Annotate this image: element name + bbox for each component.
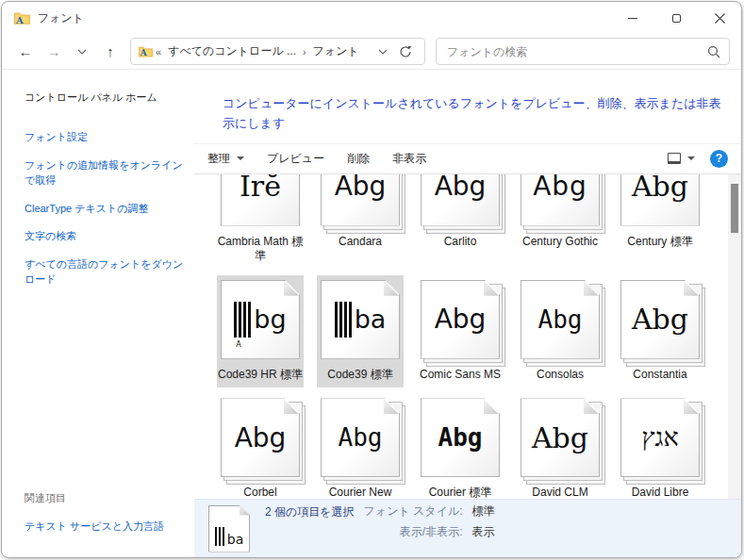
font-preview: Abg xyxy=(521,399,599,476)
related-items-header: 関連項目 xyxy=(25,491,164,505)
font-item-consolas[interactable]: Abg Consolas xyxy=(517,275,603,388)
maximize-icon xyxy=(672,14,681,23)
breadcrumb-parent[interactable]: すべてのコントロール ... xyxy=(168,43,296,59)
app-folder-icon: A xyxy=(14,11,30,25)
view-mode-icon[interactable] xyxy=(668,153,681,164)
forward-button[interactable]: → xyxy=(40,43,68,59)
font-item-century[interactable]: Abg Century 標準 xyxy=(617,174,703,270)
maximize-button[interactable] xyxy=(654,2,698,34)
view-mode-caret-icon[interactable] xyxy=(687,156,695,160)
font-name: Code39 HR 標準 xyxy=(218,368,303,383)
address-folder-icon: A xyxy=(139,45,153,58)
breadcrumb-separator: › xyxy=(303,46,306,58)
barcode-icon xyxy=(215,527,226,546)
font-name: David Libre xyxy=(632,486,689,499)
font-item-constantia[interactable]: Abg Constantia xyxy=(617,275,703,388)
font-preview: Abg xyxy=(322,399,399,476)
font-preview: Abg xyxy=(521,174,599,225)
command-toolbar: 整理 プレビュー 削除 非表示 ? xyxy=(194,143,741,174)
search-icon xyxy=(707,45,720,58)
font-item-carlito[interactable]: Abg Carlito xyxy=(417,174,504,270)
font-preview: Ïrĕ xyxy=(222,174,299,225)
address-bar[interactable]: A « すべてのコントロール ... › フォント xyxy=(130,38,425,65)
preview-button[interactable]: プレビュー xyxy=(267,151,324,167)
up-button[interactable]: ↑ xyxy=(96,43,124,59)
font-name: Carlito xyxy=(444,235,477,250)
barcode-icon: A xyxy=(234,302,253,338)
font-item-courier[interactable]: Abg Courier 標準 xyxy=(417,393,504,499)
font-item-david-clm[interactable]: Abg David CLM xyxy=(517,393,603,499)
refresh-button[interactable] xyxy=(394,45,417,58)
font-preview: Abg xyxy=(621,281,699,358)
vertical-scrollbar[interactable] xyxy=(728,174,741,499)
font-name: Cambria Math 標準 xyxy=(217,235,304,264)
organize-button[interactable]: 整理 xyxy=(207,151,244,167)
breadcrumb-current[interactable]: フォント xyxy=(313,43,359,59)
font-name: David CLM xyxy=(532,486,587,499)
breadcrumb-overflow[interactable]: « xyxy=(156,46,161,58)
font-item-corbel[interactable]: Abg Corbel xyxy=(217,393,304,499)
font-name: Century Gothic xyxy=(522,235,598,250)
svg-text:A: A xyxy=(140,48,147,58)
font-row-1: Ïrĕ Cambria Math 標準 Abg Candara xyxy=(217,174,741,270)
font-item-code39[interactable]: ba Code39 標準 xyxy=(317,275,404,388)
font-name: Corbel xyxy=(243,486,276,499)
scrollbar-thumb[interactable] xyxy=(731,184,738,233)
font-item-code39-hr[interactable]: A bg Code39 HR 標準 xyxy=(217,275,304,388)
font-item-david-libre[interactable]: אגץ David Libre xyxy=(617,393,703,499)
sidebar-item-find-character[interactable]: 文字の検索 xyxy=(25,228,189,244)
search-input[interactable] xyxy=(445,44,707,59)
font-name: Courier 標準 xyxy=(429,486,492,499)
delete-button[interactable]: 削除 xyxy=(347,151,370,167)
sidebar-item-font-settings[interactable]: フォント設定 xyxy=(25,129,189,145)
font-item-century-gothic[interactable]: Abg Century Gothic xyxy=(517,174,603,270)
font-name: Constantia xyxy=(633,368,686,383)
font-preview: ba xyxy=(322,281,399,358)
font-item-cambria-math[interactable]: Ïrĕ Cambria Math 標準 xyxy=(217,174,304,270)
back-button[interactable]: ← xyxy=(11,43,40,59)
font-style-value: 標準 xyxy=(472,503,495,519)
font-preview: Abg xyxy=(322,174,399,225)
search-box xyxy=(436,38,730,65)
font-row-2: A bg Code39 HR 標準 ba Code xyxy=(217,275,741,388)
font-item-candara[interactable]: Abg Candara xyxy=(317,174,404,270)
sidebar-item-get-font-info-online[interactable]: フォントの追加情報をオンラインで取得 xyxy=(25,157,189,189)
history-chevron-button[interactable] xyxy=(68,49,96,55)
selection-thumbnail-icon: ba xyxy=(208,505,250,552)
svg-text:A: A xyxy=(15,15,24,25)
minimize-icon xyxy=(628,18,637,19)
font-row-3: Abg Corbel Abg Courier New Abg xyxy=(217,393,741,499)
page-description: コンピューターにインストールされているフォントをプレビュー、削除、表示または非表… xyxy=(223,94,730,134)
font-item-comic-sans-ms[interactable]: Abg Comic Sans MS xyxy=(417,275,504,388)
font-preview: Abg xyxy=(422,281,499,358)
hide-button[interactable]: 非表示 xyxy=(392,151,426,167)
sidebar-item-download-fonts[interactable]: すべての言語のフォントをダウンロード xyxy=(25,256,189,288)
font-style-label: フォント スタイル: xyxy=(364,503,463,519)
close-icon xyxy=(715,13,725,24)
font-preview: A bg xyxy=(222,281,299,358)
chevron-down-icon xyxy=(378,49,388,55)
sidebar-item-text-services[interactable]: テキスト サービスと入力言語 xyxy=(25,519,164,535)
font-item-courier-new[interactable]: Abg Courier New xyxy=(317,393,404,499)
font-name: Comic Sans MS xyxy=(420,368,501,383)
sidebar: コントロール パネル ホーム フォント設定 フォントの追加情報をオンラインで取得… xyxy=(2,70,194,557)
address-dropdown-button[interactable] xyxy=(372,49,394,55)
window-title: フォント xyxy=(38,10,84,26)
font-name: Courier New xyxy=(329,486,392,499)
caret-down-icon xyxy=(237,156,244,160)
font-name: Candara xyxy=(339,235,382,250)
close-button[interactable] xyxy=(698,2,741,34)
page-fold-icon xyxy=(240,505,250,516)
navigation-bar: ← → ↑ A « すべてのコントロール ... › フォント xyxy=(2,34,741,70)
visibility-value: 表示 xyxy=(472,524,495,540)
font-preview: Abg xyxy=(621,174,699,225)
font-preview: Abg xyxy=(222,399,299,476)
selection-count: 2 個の項目を選択 xyxy=(265,503,355,520)
help-button[interactable]: ? xyxy=(710,150,728,168)
font-name: Century 標準 xyxy=(627,235,692,250)
sidebar-item-control-panel-home[interactable]: コントロール パネル ホーム xyxy=(25,91,194,105)
sidebar-item-cleartype[interactable]: ClearType テキストの調整 xyxy=(25,201,189,217)
status-bar: ba 2 個の項目を選択 フォント スタイル: 標準 表示/非表示: 表示 xyxy=(194,499,741,557)
minimize-button[interactable] xyxy=(611,2,654,34)
barcode-icon xyxy=(335,302,354,338)
